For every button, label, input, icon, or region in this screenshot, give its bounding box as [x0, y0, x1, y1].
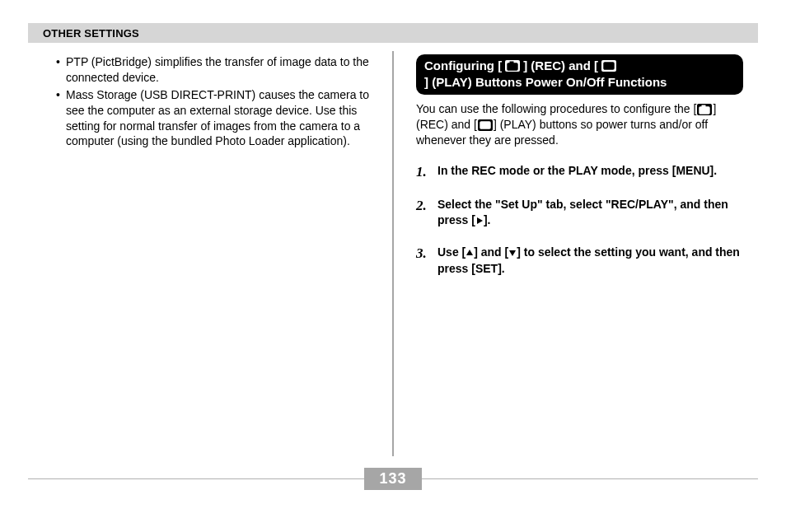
up-arrow-icon [466, 245, 474, 262]
step-text: Use [] and [] to select the setting you … [437, 245, 743, 278]
camera-icon [505, 60, 520, 72]
step-item: 1. In the REC mode or the PLAY mode, pre… [416, 163, 743, 182]
bullet-text: Mass Storage (USB DIRECT-PRINT) causes t… [66, 88, 369, 148]
svg-point-2 [511, 64, 515, 68]
play-icon [478, 119, 493, 131]
right-arrow-icon [475, 213, 484, 230]
step-item: 2. Select the "Set Up" tab, select "REC/… [416, 197, 743, 230]
step-text: Select the "Set Up" tab, select "REC/PLA… [437, 197, 743, 230]
step-text-part: ]. [484, 213, 491, 226]
step-number: 3. [416, 245, 437, 278]
left-column: PTP (PictBridge) simplifies the transfer… [28, 54, 393, 458]
list-item: PTP (PictBridge) simplifies the transfer… [56, 54, 370, 86]
title-text: ] (PLAY) Buttons Power On/Off Functions [424, 74, 667, 91]
step-number: 1. [416, 163, 437, 182]
svg-marker-16 [509, 250, 516, 256]
down-arrow-icon [508, 245, 517, 262]
svg-rect-3 [510, 62, 513, 63]
step-list: 1. In the REC mode or the PLAY mode, pre… [416, 163, 743, 278]
section-title: Configuring [ ] (REC) and [ ] (PLAY) But… [416, 54, 743, 95]
bullet-list: PTP (PictBridge) simplifies the transfer… [43, 54, 370, 149]
intro-paragraph: You can use the following procedures to … [416, 101, 743, 148]
camera-icon [697, 104, 712, 115]
footer-rule [422, 478, 758, 479]
step-text: In the REC mode or the PLAY mode, press … [437, 163, 717, 182]
step-text-part: Use [ [437, 245, 466, 259]
step-text-part: ] and [ [474, 245, 508, 259]
intro-text: You can use the following procedures to … [416, 102, 696, 115]
page-footer: 133 [28, 468, 758, 489]
title-text: Configuring [ [424, 58, 502, 74]
svg-point-9 [703, 109, 707, 113]
manual-page: OTHER SETTINGS PTP (PictBridge) simplifi… [0, 0, 786, 532]
play-icon [601, 60, 616, 72]
bullet-text: PTP (PictBridge) simplifies the transfer… [66, 55, 369, 84]
svg-marker-15 [466, 250, 473, 255]
svg-rect-10 [702, 105, 705, 107]
section-header-title: OTHER SETTINGS [43, 27, 139, 40]
step-item: 3. Use [] and [] to select the setting y… [416, 245, 743, 278]
step-number: 2. [416, 197, 437, 230]
right-column: Configuring [ ] (REC) and [ ] (PLAY) But… [393, 54, 758, 458]
two-column-layout: PTP (PictBridge) simplifies the transfer… [28, 54, 758, 458]
svg-marker-14 [477, 217, 483, 224]
column-divider [392, 51, 394, 456]
title-text: ] (REC) and [ [523, 58, 598, 74]
list-item: Mass Storage (USB DIRECT-PRINT) causes t… [56, 87, 370, 150]
section-header: OTHER SETTINGS [28, 23, 758, 43]
footer-rule [28, 478, 364, 479]
page-number: 133 [364, 468, 421, 490]
